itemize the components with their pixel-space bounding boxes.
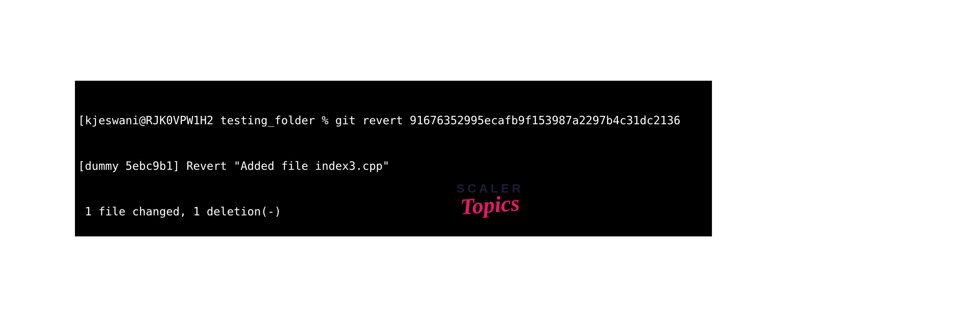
terminal-output: [kjeswani@RJK0VPW1H2 testing_folder % gi… — [75, 81, 712, 236]
terminal-line-1: [kjeswani@RJK0VPW1H2 testing_folder % gi… — [78, 113, 709, 128]
terminal-line-2: [dummy 5ebc9b1] Revert "Added file index… — [78, 159, 709, 174]
watermark-brand-bottom: Topics — [456, 190, 524, 220]
terminal-line-3: 1 file changed, 1 deletion(-) — [78, 204, 709, 220]
watermark-logo: SCALER Topics — [457, 181, 524, 218]
